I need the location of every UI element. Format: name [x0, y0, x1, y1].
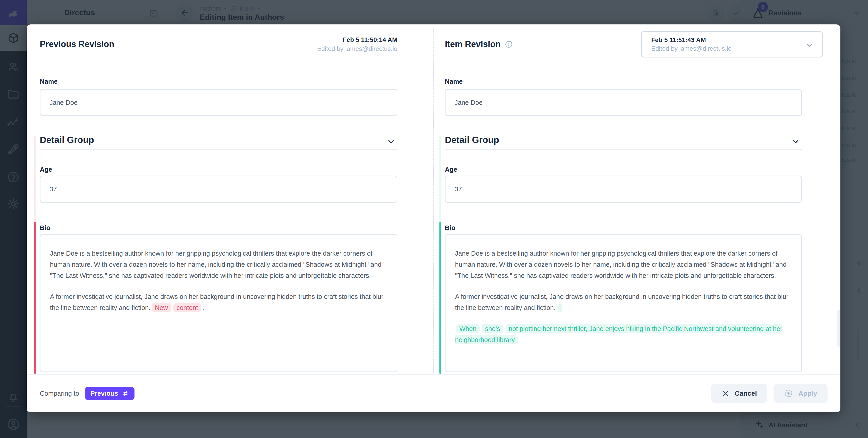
name-label: Name [40, 78, 58, 85]
item-revision-author: Edited by james@directus.io [651, 45, 822, 53]
bio-textarea-previous[interactable]: Jane Doe is a bestselling author known f… [40, 234, 397, 372]
age-label: Age [445, 166, 457, 173]
apply-upload-icon [784, 389, 793, 398]
group-divider [445, 149, 802, 150]
modal-scrollbar-thumb[interactable] [837, 310, 840, 347]
bio-textarea-revision[interactable]: Jane Doe is a bestselling author known f… [445, 234, 802, 372]
chevron-down-icon[interactable] [791, 137, 800, 146]
bio-removed-bar [34, 222, 36, 374]
comparing-target-badge[interactable]: Previous [85, 387, 134, 400]
previous-revision-author: Edited by james@directus.io [317, 45, 397, 53]
chevron-down-icon [805, 41, 814, 50]
bio-paragraph: A former investigative journalist, Jane … [455, 291, 792, 313]
detail-group-header: Detail Group [445, 135, 499, 145]
bio-label: Bio [445, 224, 456, 232]
bio-paragraph: Jane Doe is a bestselling author known f… [455, 248, 792, 281]
bio-label: Bio [40, 224, 51, 232]
bio-added-paragraph: Whenshe'snot plotting her next thriller,… [455, 323, 792, 346]
item-revision-title: Item Revision [445, 39, 513, 49]
diff-removed-word: New [152, 303, 171, 312]
item-revision-timestamp: Feb 5 11:51:43 AM [651, 36, 822, 45]
age-input-revision[interactable]: 37 [445, 176, 802, 203]
diff-added-word: When [456, 324, 480, 333]
name-input-previous[interactable]: Jane Doe [40, 89, 397, 116]
close-icon [721, 389, 729, 397]
diff-added-text: not plotting her next thriller, Jane enj… [455, 324, 782, 344]
previous-revision-meta: Feb 5 11:50:14 AM Edited by james@direct… [317, 35, 397, 53]
swap-icon [122, 390, 129, 397]
bio-added-bar [439, 222, 441, 374]
comparing-to-group: Comparing to Previous [40, 387, 134, 400]
chevron-down-icon[interactable] [386, 137, 396, 146]
previous-revision-title: Previous Revision [40, 39, 114, 49]
bio-paragraph: Jane Doe is a bestselling author known f… [50, 248, 387, 281]
info-icon[interactable] [505, 40, 513, 49]
revision-compare-dialog: Previous Revision Feb 5 11:50:14 AM Edit… [27, 24, 840, 412]
item-revision-pane: Item Revision Feb 5 11:51:43 AM Edited b… [434, 24, 840, 374]
age-label: Age [40, 166, 52, 173]
bio-paragraph: A former investigative journalist, Jane … [50, 291, 387, 313]
dialog-footer: Comparing to Previous Cancel Apply [27, 374, 840, 412]
diff-added-space [557, 303, 562, 312]
group-divider [40, 149, 397, 150]
name-label: Name [445, 78, 463, 85]
apply-button[interactable]: Apply [774, 384, 828, 403]
revision-select-dropdown[interactable]: Feb 5 11:51:43 AM Edited by james@direct… [641, 31, 823, 57]
cancel-button[interactable]: Cancel [711, 384, 767, 403]
comparing-to-label: Comparing to [40, 390, 79, 397]
diff-removed-word: content [174, 303, 201, 312]
previous-revision-pane: Previous Revision Feb 5 11:50:14 AM Edit… [27, 24, 434, 374]
age-input-previous[interactable]: 37 [40, 176, 397, 203]
diff-added-word: she's [482, 324, 503, 333]
name-input-revision[interactable]: Jane Doe [445, 89, 802, 116]
previous-revision-timestamp: Feb 5 11:50:14 AM [317, 35, 397, 45]
detail-group-header: Detail Group [40, 135, 94, 145]
